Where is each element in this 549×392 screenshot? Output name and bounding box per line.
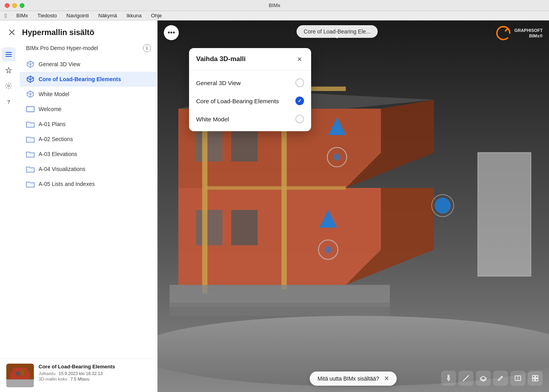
svg-point-33 bbox=[334, 154, 341, 161]
menu-ikkuna[interactable]: Ikkuna bbox=[125, 13, 143, 19]
nav-list: General 3D View Core of Load-Bearing Ele… bbox=[20, 57, 157, 191]
nav-item-a01[interactable]: A-01 Plans bbox=[20, 117, 157, 132]
menu-nakyma[interactable]: Näkymä bbox=[97, 13, 119, 19]
toolbar-measure-button[interactable] bbox=[458, 371, 473, 386]
sidebar-close-button[interactable] bbox=[6, 27, 17, 38]
bottom-toolbar bbox=[441, 371, 543, 386]
nav-item-a02[interactable]: A-02 Sections bbox=[20, 132, 157, 147]
nav-item-general[interactable]: General 3D View bbox=[20, 57, 157, 72]
modal-item-general[interactable]: General 3D View bbox=[189, 74, 311, 92]
3d-icon-white bbox=[26, 90, 35, 98]
model-info: BIMx Pro Demo Hyper-model i bbox=[20, 41, 157, 57]
thumb-label-size: 3D-mallin koko bbox=[39, 377, 67, 381]
nav-item-white[interactable]: White Model bbox=[20, 87, 157, 102]
thumb-value-size: 7.5 Mtavu bbox=[70, 377, 89, 381]
toolbar-grid-button[interactable] bbox=[528, 371, 543, 386]
minimize-traffic-light[interactable] bbox=[12, 3, 17, 8]
close-traffic-light[interactable] bbox=[5, 3, 9, 8]
menubar:  BIMx Tiedosto Navigointi Näkymä Ikkuna… bbox=[0, 11, 549, 20]
nav-icon-question[interactable]: ? bbox=[2, 95, 16, 109]
folder-icon-a03 bbox=[26, 150, 35, 158]
nav-item-label-core: Core of Load-Bearing Elements bbox=[39, 76, 121, 82]
model-selector-label: Core of Load-Bearing Ele... bbox=[304, 28, 371, 35]
viewport[interactable]: ••• Core of Load-Bearing Ele... GRAPHISO… bbox=[158, 20, 549, 392]
3d-icon-core bbox=[26, 75, 35, 84]
toolbar-annotate-button[interactable] bbox=[493, 371, 508, 386]
svg-rect-19 bbox=[196, 210, 223, 245]
brand-text: GRAPHISOFT BIMx® bbox=[514, 28, 543, 39]
nav-item-label-a02: A-02 Sections bbox=[39, 136, 73, 142]
thumb-label-published: Julkaistu bbox=[39, 371, 56, 376]
svg-rect-11 bbox=[21, 370, 24, 375]
titlebar: BIMx bbox=[0, 0, 549, 11]
sidebar-header: Hypermallin sisältö bbox=[0, 20, 157, 41]
more-options-button[interactable]: ••• bbox=[164, 25, 179, 40]
maximize-traffic-light[interactable] bbox=[20, 3, 24, 8]
svg-rect-45 bbox=[536, 379, 538, 381]
info-icon[interactable]: i bbox=[143, 44, 151, 52]
menu-tiedosto[interactable]: Tiedosto bbox=[36, 13, 58, 19]
window-title: BIMx bbox=[269, 2, 280, 8]
folder-icon-a02 bbox=[26, 135, 35, 143]
svg-text:?: ? bbox=[7, 99, 10, 105]
toolbar-section-button[interactable] bbox=[510, 371, 525, 386]
apple-menu[interactable]:  bbox=[3, 12, 8, 19]
svg-rect-43 bbox=[536, 375, 538, 378]
modal-header: Vaihda 3D-malli ✕ bbox=[189, 48, 311, 71]
svg-rect-10 bbox=[16, 372, 19, 375]
modal-item-core[interactable]: Core of Load-Bearing Elements bbox=[189, 92, 311, 110]
menu-bimx[interactable]: BIMx bbox=[15, 13, 30, 19]
3d-icon-general bbox=[26, 60, 35, 69]
notification-text: Mitä uutta BIMx sisältää? bbox=[317, 375, 379, 382]
svg-point-37 bbox=[435, 198, 451, 214]
svg-rect-42 bbox=[532, 375, 535, 378]
nav-icon-star[interactable] bbox=[2, 63, 16, 77]
folder-icon-a04 bbox=[26, 165, 35, 173]
notification-bar: Mitä uutta BIMx sisältää? ✕ bbox=[310, 372, 397, 386]
model-switch-modal: Vaihda 3D-malli ✕ General 3D View Core o… bbox=[189, 48, 311, 131]
nav-item-label-a04: A-04 Visualizations bbox=[39, 166, 85, 172]
brand-name: GRAPHISOFT bbox=[514, 28, 543, 33]
nav-item-a04[interactable]: A-04 Visualizations bbox=[20, 162, 157, 176]
nav-icon-gear[interactable] bbox=[2, 79, 16, 93]
svg-rect-21 bbox=[196, 131, 223, 162]
thumb-row-size: 3D-mallin koko 7.5 Mtavu bbox=[39, 377, 151, 381]
svg-rect-44 bbox=[532, 379, 535, 381]
nav-item-welcome[interactable]: Welcome bbox=[20, 102, 157, 117]
folder-icon-a05 bbox=[26, 180, 35, 188]
nav-item-a03[interactable]: A-03 Elevations bbox=[20, 147, 157, 162]
radio-core bbox=[295, 97, 304, 105]
sidebar-content: BIMx Pro Demo Hyper-model i General 3D V… bbox=[0, 41, 157, 359]
folder-icon-a01 bbox=[26, 120, 35, 128]
nav-icon-list[interactable] bbox=[2, 47, 16, 61]
nav-item-label-a03: A-03 Elevations bbox=[39, 151, 77, 157]
svg-rect-22 bbox=[231, 131, 258, 162]
modal-title: Vaihda 3D-malli bbox=[196, 55, 246, 63]
model-selector-button[interactable]: Core of Load-Bearing Ele... bbox=[297, 25, 378, 38]
notification-close-button[interactable]: ✕ bbox=[384, 375, 389, 382]
nav-item-label-a01: A-01 Plans bbox=[39, 121, 65, 127]
svg-marker-9 bbox=[10, 368, 30, 379]
svg-rect-8 bbox=[6, 379, 34, 387]
modal-item-white[interactable]: White Model bbox=[189, 110, 311, 128]
svg-rect-20 bbox=[231, 210, 258, 245]
toolbar-walk-button[interactable] bbox=[441, 371, 456, 386]
nav-icons-strip: ? bbox=[0, 44, 17, 109]
model-name: BIMx Pro Demo Hyper-model bbox=[26, 45, 98, 51]
nav-item-a05[interactable]: A-05 Lists and Indexes bbox=[20, 176, 157, 191]
svg-rect-29 bbox=[478, 153, 531, 276]
nav-item-core[interactable]: Core of Load-Bearing Elements bbox=[20, 72, 157, 87]
sidebar: ? Hypermallin sisältö BIMx Pro Demo Hype… bbox=[0, 20, 158, 392]
menu-navigointi[interactable]: Navigointi bbox=[65, 13, 91, 19]
nav-item-label-a05: A-05 Lists and Indexes bbox=[39, 181, 95, 187]
modal-item-label-general: General 3D View bbox=[196, 80, 241, 86]
bottom-panel: Core of Load-Bearing Elements Julkaistu … bbox=[0, 359, 157, 392]
modal-body: General 3D View Core of Load-Bearing Ele… bbox=[189, 71, 311, 131]
modal-close-button[interactable]: ✕ bbox=[295, 54, 304, 64]
model-thumbnail bbox=[6, 364, 34, 387]
svg-rect-28 bbox=[170, 303, 390, 316]
toolbar-layers-button[interactable] bbox=[476, 371, 491, 386]
menu-ohje[interactable]: Ohje bbox=[150, 13, 163, 19]
svg-rect-0 bbox=[6, 52, 12, 53]
svg-point-36 bbox=[325, 246, 332, 253]
